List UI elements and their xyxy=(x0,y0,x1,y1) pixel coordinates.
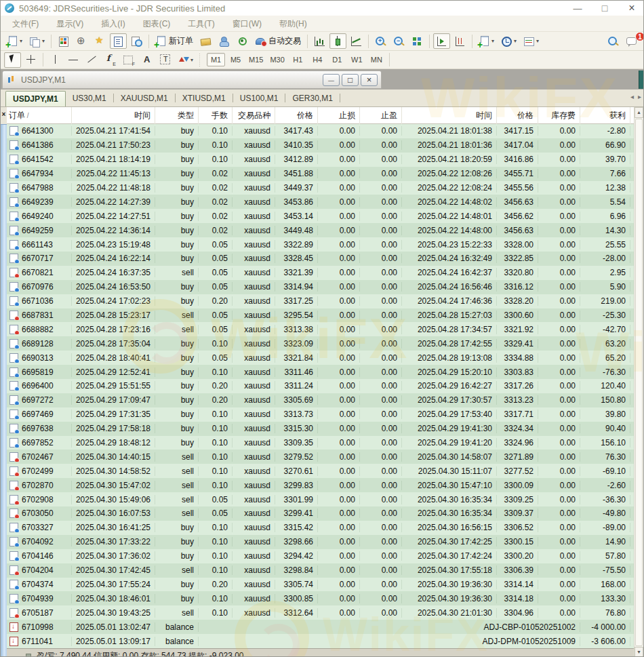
periods-button[interactable]: ▾ xyxy=(498,33,519,49)
tab-xauusd-m1[interactable]: XAUUSD,M1 xyxy=(114,92,175,105)
crosshair-button[interactable] xyxy=(73,33,90,49)
menu-insert[interactable]: 插入(I) xyxy=(92,16,134,32)
new-chart-dropdown-arrow[interactable]: ▾ xyxy=(20,38,22,44)
table-row[interactable]: 66708212025.04.24 16:37:35sell0.05xauusd… xyxy=(7,266,634,280)
header-symbol[interactable]: 交易品种 xyxy=(233,107,275,124)
header-open_price[interactable]: 价格 xyxy=(275,107,318,124)
arrows-button[interactable]: ▾ xyxy=(175,52,196,68)
chart-close-button[interactable] xyxy=(361,74,378,86)
terminal-button[interactable] xyxy=(197,33,214,49)
menu-help[interactable]: 帮助(H) xyxy=(270,16,316,32)
favorites-button[interactable] xyxy=(92,33,108,49)
balance-row[interactable]: 67109982025.05.01 13:02:47balanceADJ-CBP… xyxy=(7,620,634,634)
table-row[interactable]: 66903132025.04.28 18:40:41buy0.05xauusd3… xyxy=(7,351,634,365)
new-order-button[interactable]: 新订单 xyxy=(153,33,196,49)
signals-button[interactable] xyxy=(234,33,251,49)
panel-close-icon[interactable] xyxy=(1,107,7,124)
tab-scroll-left-icon[interactable]: ◂ xyxy=(630,93,634,100)
tab-us100-m1[interactable]: US100,M1 xyxy=(233,92,285,105)
header-type[interactable]: 类型 xyxy=(155,107,199,124)
balance-row[interactable]: 67110412025.05.01 13:09:17balanceADJ-DPM… xyxy=(7,634,634,648)
maximize-icon[interactable] xyxy=(600,3,609,14)
new-chart-button[interactable]: ▾ xyxy=(4,33,25,49)
strategy-tester-button[interactable] xyxy=(128,33,145,49)
menu-charts[interactable]: 图表(C) xyxy=(134,16,180,32)
chart-window-titlebar[interactable]: USDJPY,M1 xyxy=(2,71,382,89)
table-row[interactable]: 67029082025.04.30 15:49:06sell0.05xauusd… xyxy=(7,492,634,506)
market-watch-button[interactable] xyxy=(55,33,72,49)
table-row[interactable]: 66974692025.04.29 17:31:35buy0.10xauusd3… xyxy=(7,407,634,422)
header-profit[interactable]: 获利 xyxy=(580,107,630,124)
timeframe-m15[interactable]: M15 xyxy=(246,53,266,66)
header-open_time[interactable]: 时间 xyxy=(72,107,155,124)
table-row[interactable]: 66611432025.04.23 15:19:48buy0.05xauusd3… xyxy=(7,237,634,252)
table-row[interactable]: 66492592025.04.22 14:36:14buy0.02xauusd3… xyxy=(7,223,634,237)
line-chart-button[interactable] xyxy=(348,33,365,49)
table-row[interactable]: 67040922025.04.30 17:33:22buy0.10xauusd3… xyxy=(7,535,634,549)
scroll-down-icon[interactable]: ▼ xyxy=(635,647,643,657)
auto-scroll-button[interactable] xyxy=(433,33,450,49)
autotrading-button[interactable]: 自动交易 xyxy=(252,33,304,49)
timeframe-h4[interactable]: H4 xyxy=(308,53,327,66)
header-sl[interactable]: 止损 xyxy=(318,107,360,124)
timeframe-d1[interactable]: D1 xyxy=(328,53,346,66)
scroll-up-icon[interactable]: ▲ xyxy=(635,107,643,118)
table-row[interactable]: 67028702025.04.30 15:47:02sell0.10xauusd… xyxy=(7,478,634,492)
tab-usdjpy-m1[interactable]: USDJPY,M1 xyxy=(5,91,66,106)
vertical-scrollbar[interactable]: ▲ ▼ xyxy=(634,107,643,657)
add-indicator-dropdown-arrow[interactable]: ▾ xyxy=(491,38,494,44)
table-row[interactable]: 66891282025.04.28 17:35:04buy0.10xauusd3… xyxy=(7,336,634,351)
header-close_time[interactable]: 时间 xyxy=(402,107,497,124)
timeframe-m1[interactable]: M1 xyxy=(207,53,225,66)
table-row[interactable]: 67043742025.04.30 17:55:24buy0.20xauusd3… xyxy=(7,578,634,592)
menu-view[interactable]: 显示(V) xyxy=(47,16,92,32)
chart-shift-button[interactable] xyxy=(451,33,468,49)
zoom-in-button[interactable] xyxy=(372,33,389,49)
close-icon[interactable] xyxy=(627,2,637,14)
notifications-button[interactable]: 1 xyxy=(623,33,640,49)
fibonacci-button[interactable] xyxy=(102,52,119,68)
data-window-button[interactable] xyxy=(110,33,127,49)
table-row[interactable]: 66978522025.04.29 18:48:12buy0.10xauusd3… xyxy=(7,436,634,450)
toolbar-grip[interactable] xyxy=(199,53,201,66)
chart-minimize-button[interactable] xyxy=(323,74,340,86)
tab-scroll-right-icon[interactable]: ▸ xyxy=(638,93,641,100)
header-close_price[interactable]: 价格 xyxy=(497,107,538,124)
timeframe-h1[interactable]: H1 xyxy=(289,53,307,66)
table-row[interactable]: 66413862025.04.21 17:50:23buy0.10xauusd3… xyxy=(7,138,634,153)
table-row[interactable]: 66707172025.04.24 16:22:14buy0.05xauusd3… xyxy=(7,252,634,266)
scrollbar-thumb[interactable] xyxy=(635,119,643,646)
text-button[interactable] xyxy=(138,52,155,68)
trendline-button[interactable] xyxy=(83,52,100,68)
table-row[interactable]: 67024672025.04.30 14:40:15sell0.10xauusd… xyxy=(7,450,634,464)
horizontal-line-button[interactable] xyxy=(65,52,82,68)
chart-restore-button[interactable] xyxy=(342,74,359,86)
menu-file[interactable]: 文件(F) xyxy=(3,16,47,32)
search-button[interactable] xyxy=(605,33,622,49)
templates-button[interactable]: ▾ xyxy=(521,33,542,49)
tab-ger30-m1[interactable]: GER30,M1 xyxy=(285,92,339,105)
vertical-line-button[interactable] xyxy=(47,52,64,68)
profiles-button[interactable]: ▾ xyxy=(26,33,47,49)
table-row[interactable]: 66709762025.04.24 16:53:50buy0.05xauusd3… xyxy=(7,280,634,294)
candlestick-button[interactable] xyxy=(329,33,346,49)
header-tp[interactable]: 止盈 xyxy=(360,107,402,124)
bar-chart-button[interactable] xyxy=(311,33,328,49)
table-row[interactable]: 66492392025.04.22 14:27:39buy0.02xauusd3… xyxy=(7,195,634,209)
table-row[interactable]: 66710362025.04.24 17:02:23buy0.20xauusd3… xyxy=(7,294,634,308)
table-row[interactable]: 66415422025.04.21 18:14:19buy0.10xauusd3… xyxy=(7,153,634,167)
add-indicator-button[interactable]: ▾ xyxy=(476,33,497,49)
table-row[interactable]: 66878312025.04.28 15:23:17sell0.05xauusd… xyxy=(7,308,634,323)
templates-dropdown-arrow[interactable]: ▾ xyxy=(536,38,539,44)
table-row[interactable]: 66492402025.04.22 14:27:51buy0.02xauusd3… xyxy=(7,209,634,223)
table-row[interactable]: 66479882025.04.22 11:48:18buy0.02xauusd3… xyxy=(7,181,634,195)
periods-dropdown-arrow[interactable]: ▾ xyxy=(514,38,517,44)
tile-windows-button[interactable] xyxy=(409,33,426,49)
text-label-button[interactable] xyxy=(157,52,174,68)
tab-us30-m1[interactable]: US30,M1 xyxy=(66,92,113,105)
table-row[interactable]: 66964002025.04.29 15:51:55buy0.20xauusd3… xyxy=(7,379,634,393)
zoom-out-button[interactable] xyxy=(390,33,407,49)
crosshair-tool-button[interactable] xyxy=(22,52,39,68)
arrows-dropdown-arrow[interactable]: ▾ xyxy=(190,57,193,63)
table-row[interactable]: 66972722025.04.29 17:09:47buy0.20xauusd3… xyxy=(7,393,634,407)
